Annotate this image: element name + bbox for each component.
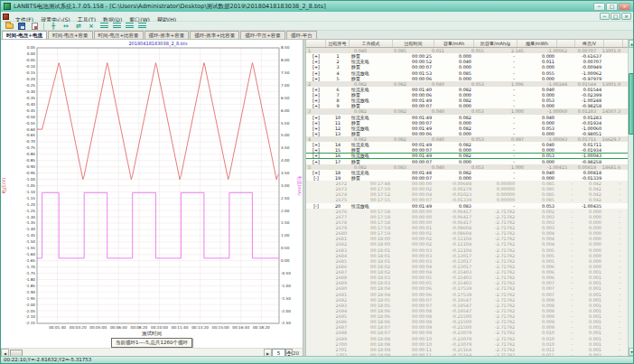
data-table-view-button[interactable] (98, 22, 109, 30)
chart[interactable]: 0.050.00-0.05-0.10-0.15-0.20-0.25-0.30-0… (1, 40, 303, 331)
y-left-tick-label: -0.40 (25, 102, 35, 107)
column-header-2[interactable]: 工作模式 (350, 40, 393, 47)
y-left-axis-title: 电压(V) (1, 178, 6, 193)
chart-panel: 0.050.00-0.05-0.10-0.15-0.20-0.25-0.30-0… (1, 40, 303, 356)
tab-0[interactable]: 时间-电压+电流 (2, 31, 47, 39)
y-left-tick-label: -1.25 (25, 209, 35, 213)
cycle-info-wrap: 当前循环1----5,总共1260个循环 (1, 338, 303, 348)
tab-5[interactable]: 循环-中压+容量 (240, 31, 285, 39)
chart-title: 20180418183038_2_8.bts (128, 41, 188, 47)
data-grid: 过程序号工作模式过程时间容量/mAh比容量/mAh/g能量/mWh终压/V 10… (306, 40, 628, 356)
grid-header-row: 过程序号工作模式过程时间容量/mAh比容量/mAh/g能量/mWh终压/V (306, 40, 628, 48)
zoom-reset-tool-button[interactable]: × (86, 22, 97, 30)
y-left-tick-label: -1.15 (25, 196, 35, 201)
y-left-tick-label: -1.10 (25, 190, 35, 194)
cycle-list-view-icon (138, 23, 146, 29)
open-file-button[interactable] (4, 22, 14, 30)
document-icon (3, 14, 9, 20)
y-left-tick-label: -0.05 (25, 58, 35, 62)
menu-bar: 文件(F)设置中心(S)工具(T)数据(D)窗口(W)帮助(H) ─□× (1, 12, 633, 22)
x-tick-label: 00:13:20 (191, 325, 209, 330)
grid-vertical-scrollbar[interactable]: ▲ ▼ (628, 40, 634, 356)
y-left-tick-label: -0.80 (25, 152, 35, 156)
y-right-tick-label: 3.00 (281, 183, 290, 188)
mdi-close-button[interactable]: × (621, 13, 631, 20)
y-left-tick-label: -0.45 (25, 108, 35, 113)
x-axis-title: 测试时间 (1, 331, 303, 338)
tab-2[interactable]: 时间-电压+比容量 (94, 31, 144, 39)
column-header-8[interactable]: 终压/V (575, 40, 604, 47)
x-tick-label: 00:08:20 (130, 325, 147, 330)
export-report-button[interactable] (29, 22, 40, 30)
column-header-1[interactable]: 过程序号 (326, 40, 350, 47)
record-list-view-icon (126, 23, 134, 29)
grid-body: 10.0400.0850.0110.0552.145-1.000620.0070… (306, 48, 628, 356)
x-tick-label: 00:11:40 (172, 325, 189, 330)
y-left-tick-label: -0.85 (25, 158, 35, 163)
page-extra-label: 20 (293, 350, 303, 356)
y-right-tick-label: -2.50 (281, 321, 291, 325)
open-folder-icon (5, 23, 14, 29)
y-left-tick-label: -1.55 (25, 246, 35, 250)
column-header-5[interactable]: 比容量/mAh/g (474, 40, 517, 47)
window-controls: ─□× (593, 3, 630, 11)
cycle-list-view-button[interactable] (136, 22, 147, 30)
y-left-tick-label: -0.65 (25, 133, 35, 137)
compare-tool-button[interactable]: ⇄ (73, 22, 84, 30)
column-header-4[interactable]: 容量/mAh (434, 40, 474, 47)
close-button[interactable]: × (619, 3, 630, 11)
toolbar: ╫↔⇄× (1, 22, 633, 31)
y-left-tick-label: -0.60 (25, 127, 35, 132)
maximize-button[interactable]: □ (606, 3, 618, 11)
save-file-button[interactable] (16, 22, 27, 30)
y-left-tick-label: -0.55 (25, 121, 35, 126)
y-right-tick-label: -1.00 (281, 284, 291, 288)
marker-tool-button[interactable]: ╫ (48, 22, 59, 30)
process-list-view-button[interactable] (111, 22, 122, 30)
tab-4[interactable]: 循环-效率+比容量 (190, 31, 239, 39)
y-left-tick-label: -0.25 (25, 83, 35, 88)
y-left-tick-label: -0.15 (25, 70, 35, 75)
x-tick-label: 00:10:00 (151, 325, 168, 330)
y-left-tick-label: -0.90 (25, 164, 35, 169)
pan-horizontal-tool-button[interactable]: ↔ (61, 22, 71, 30)
y-left-tick-label: -0.20 (25, 77, 35, 81)
column-header-3[interactable]: 过程时间 (393, 40, 434, 47)
column-header-6[interactable]: 能量/mWh (517, 40, 557, 47)
tab-1[interactable]: 时间-电压+容量 (48, 31, 93, 39)
data-table-view-icon (100, 23, 108, 29)
column-header-9[interactable] (604, 40, 623, 47)
y-left-tick-label: -0.70 (25, 139, 35, 144)
y-right-tick-label: 2.00 (281, 209, 290, 213)
scroll-up-arrow-icon[interactable]: ▲ (629, 40, 634, 48)
tab-6[interactable]: 循环-平台 (286, 31, 317, 39)
y-left-tick-label: -1.45 (25, 233, 35, 238)
y-left-tick-label: -0.95 (25, 171, 35, 175)
y-right-tick-label: 0.50 (281, 246, 290, 250)
app-window: LANBTS电池测试系统1.7.05.158 - [C:\Users\Admin… (0, 0, 634, 364)
y-right-tick-label: 1.50 (281, 220, 290, 225)
mdi-restore-button[interactable]: □ (611, 13, 620, 20)
y-left-tick-label: -1.50 (25, 239, 35, 244)
y-left-tick-label: -2.10 (25, 314, 35, 319)
minimize-button[interactable]: ─ (593, 3, 605, 11)
app-icon (4, 3, 11, 10)
vscrollbar-track[interactable] (629, 48, 634, 348)
scroll-down-arrow-icon[interactable]: ▼ (629, 348, 634, 356)
vscrollbar-thumb[interactable] (629, 73, 634, 135)
status-bar: 00:22:10;Y=-2.61632;Y2=-5.31753 (1, 356, 633, 363)
zoom-reset-tool-icon: × (89, 23, 94, 30)
column-header-0[interactable] (306, 40, 326, 47)
y-right-tick-label: 4.00 (281, 158, 290, 163)
column-header-7[interactable] (557, 40, 575, 47)
x-tick-label: 00:05:00 (89, 325, 107, 330)
y-left-tick-label: -0.30 (25, 89, 35, 94)
mdi-minimize-button[interactable]: ─ (600, 13, 610, 20)
y-left-tick-label: -2.00 (25, 303, 35, 307)
record-list-view-button[interactable] (124, 22, 135, 30)
y-right-tick-label: 4.50 (281, 145, 290, 150)
y-left-tick-label: -1.30 (25, 215, 35, 219)
y-left-tick-label: -1.90 (25, 290, 35, 294)
tab-3[interactable]: 循环-效率+容量 (145, 31, 190, 39)
y-left-tick-label: -1.60 (25, 252, 35, 257)
